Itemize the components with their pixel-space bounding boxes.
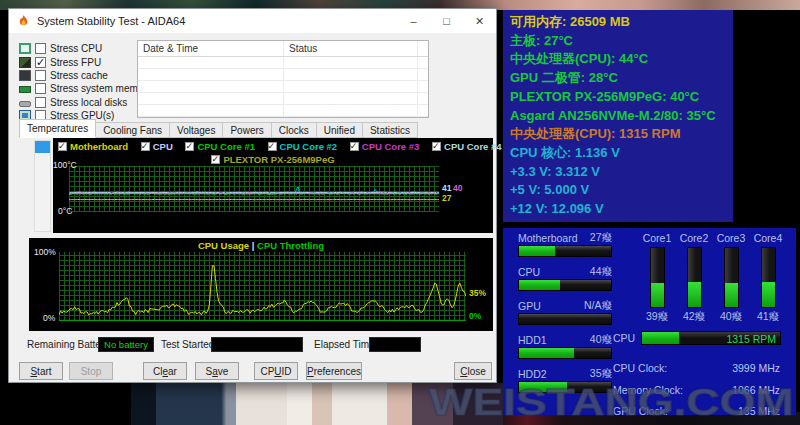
legend-label: CPU Core #3: [362, 141, 420, 152]
current-usage-label: 35%: [469, 288, 486, 298]
cpu-icon: [19, 43, 31, 54]
core-value: 41癈: [750, 310, 786, 324]
cpu-fan-gauge: CPU 1315 RPM: [613, 331, 783, 345]
clock-label: CPU Clock:: [613, 362, 667, 374]
stress-cache-row[interactable]: Stress cache: [19, 69, 152, 82]
battery-value: No battery: [104, 339, 148, 350]
hdd1-gauge: HDD140癈: [518, 334, 612, 359]
core4-temp-bar: [761, 247, 776, 308]
table-header-spacer: [418, 41, 428, 56]
title-cpu-usage: CPU Usage: [198, 240, 249, 251]
legend-checkbox[interactable]: [350, 142, 359, 151]
aida64-stability-test-window: System Stability Test - AIDA64 – □ ✕ Str…: [8, 8, 497, 383]
start-button[interactable]: Start: [19, 362, 63, 380]
y-axis-max-label: 100%: [34, 247, 56, 257]
column-header-date-time[interactable]: Date & Time: [138, 41, 284, 56]
legend-checkbox[interactable]: [268, 142, 277, 151]
temperature-graph: Motherboard CPU CPU Core #1 CPU Core #2 …: [53, 138, 493, 233]
maximize-icon[interactable]: □: [430, 9, 463, 33]
legend-checkbox[interactable]: [211, 155, 220, 164]
core2-gauge: Core2 42癈: [676, 232, 712, 324]
close-icon[interactable]: ✕: [463, 9, 496, 33]
current-value-label: 27: [442, 193, 451, 203]
legend-item-cpu-core-4[interactable]: CPU Core #4: [432, 141, 502, 152]
core-value: 42癈: [676, 310, 712, 324]
gpu-temp-bar: [518, 313, 612, 325]
stress-memory-checkbox[interactable]: [35, 83, 46, 94]
stress-cache-label: Stress cache: [50, 70, 108, 81]
preferences-button[interactable]: Preferences: [306, 362, 362, 380]
close-button[interactable]: Close: [454, 362, 492, 380]
temperature-legend-row2: PLEXTOR PX-256M9PeG: [53, 154, 493, 166]
legend-item-motherboard[interactable]: Motherboard: [58, 141, 128, 152]
legend-label: CPU: [153, 141, 173, 152]
tab-temperatures[interactable]: Temperatures: [19, 119, 96, 138]
graph-scrollbar[interactable]: [34, 140, 51, 232]
graph-scrollbar-thumb[interactable]: [35, 141, 50, 153]
fan-value: 1315 RPM: [726, 333, 776, 345]
legend-item-cpu-core-1[interactable]: CPU Core #1: [185, 141, 255, 152]
legend-checkbox[interactable]: [185, 142, 194, 151]
cache-icon: [19, 70, 31, 81]
clear-button[interactable]: Clear: [143, 362, 187, 380]
stop-button[interactable]: Stop: [69, 362, 113, 380]
fpu-icon: [19, 57, 31, 68]
core-label: Core3: [713, 232, 749, 244]
legend-checkbox[interactable]: [141, 142, 150, 151]
stress-disks-checkbox[interactable]: [35, 97, 46, 108]
minimize-icon[interactable]: –: [397, 9, 430, 33]
sensor-readout-memory: 可用内存: 26509 MB: [510, 13, 726, 32]
cpu-usage-graph-title: CPU Usage | CPU Throttling: [29, 240, 493, 251]
column-header-status[interactable]: Status: [284, 41, 418, 56]
legend-item-cpu[interactable]: CPU: [141, 141, 173, 152]
test-started-label: Test Started:: [161, 339, 217, 350]
table-row: [138, 105, 428, 117]
core-label: Core2: [676, 232, 712, 244]
core-label: Core1: [639, 232, 675, 244]
cpu-fan-bar: 1315 RPM: [641, 331, 781, 345]
legend-item-cpu-core-2[interactable]: CPU Core #2: [268, 141, 338, 152]
battery-status-box: No battery: [98, 337, 154, 352]
gauge-label: HDD2: [518, 368, 547, 380]
core4-gauge: Core4 41癈: [750, 232, 786, 324]
legend-label: PLEXTOR PX-256M9PeG: [223, 154, 334, 165]
current-value-label: 40: [453, 183, 462, 193]
tab-unified[interactable]: Unified: [317, 122, 363, 138]
legend-item-plextor[interactable]: PLEXTOR PX-256M9PeG: [211, 154, 334, 165]
stress-cpu-row[interactable]: Stress CPU: [19, 42, 152, 55]
tab-voltages[interactable]: Voltages: [170, 122, 223, 138]
tab-cooling-fans[interactable]: Cooling Fans: [96, 122, 170, 138]
aida64-app-icon: [16, 14, 31, 29]
watermark: WEISTANG.COM: [429, 381, 794, 424]
title-cpu-throttling: CPU Throttling: [257, 240, 324, 251]
legend-checkbox[interactable]: [58, 142, 67, 151]
gauge-value: 35癈: [590, 367, 612, 381]
tab-clocks[interactable]: Clocks: [272, 122, 317, 138]
stress-cache-checkbox[interactable]: [35, 70, 46, 81]
cpu-gauge: CPU44癈: [518, 266, 612, 291]
table-row: [138, 69, 428, 81]
motherboard-gauge: Motherboard27癈: [518, 232, 612, 257]
table-row: [138, 81, 428, 93]
gauge-value: 44癈: [590, 265, 612, 279]
stress-disks-row[interactable]: Stress local disks: [19, 96, 152, 109]
stress-cpu-checkbox[interactable]: [35, 43, 46, 54]
legend-label: CPU Core #1: [197, 141, 255, 152]
titlebar[interactable]: System Stability Test - AIDA64 – □ ✕: [9, 9, 496, 33]
save-button[interactable]: Save: [195, 362, 239, 380]
legend-checkbox[interactable]: [432, 142, 441, 151]
legend-item-cpu-core-3[interactable]: CPU Core #3: [350, 141, 420, 152]
stress-fpu-row[interactable]: Stress FPU: [19, 55, 152, 68]
stress-options-list: Stress CPU Stress FPU Stress cache Stres…: [19, 42, 152, 122]
stress-fpu-checkbox[interactable]: [35, 57, 46, 68]
tab-statistics[interactable]: Statistics: [363, 122, 418, 138]
stress-cpu-label: Stress CPU: [50, 43, 102, 54]
sensor-readout-cpu-fan: 中央处理器(CPU): 1315 RPM: [510, 125, 726, 144]
cpuid-button[interactable]: CPUID: [254, 362, 298, 380]
core2-temp-bar: [687, 247, 702, 308]
stress-memory-row[interactable]: Stress system memory: [19, 82, 152, 95]
cpu-usage-plot: [59, 252, 466, 321]
tab-powers[interactable]: Powers: [223, 122, 271, 138]
current-throttling-label: 0%: [469, 311, 481, 321]
window-title: System Stability Test - AIDA64: [37, 15, 185, 27]
